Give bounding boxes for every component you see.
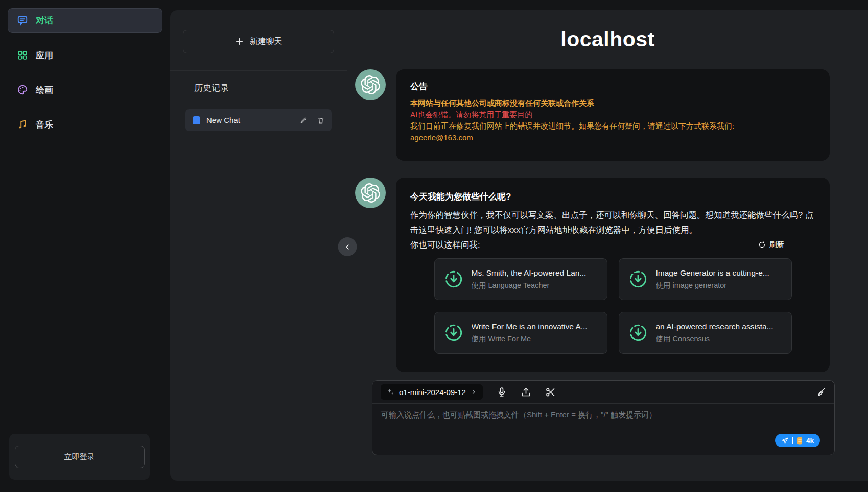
- composer-toolbar: o1-mini-2024-09-12: [372, 381, 834, 404]
- message-row-announcement: 公告 本网站与任何其他公司或商标没有任何关联或合作关系 AI也会犯错。请勿将其用…: [355, 69, 830, 161]
- card-text: Write For Me is an innovative A... 使用 Wr…: [472, 322, 588, 344]
- sidebar-item-label: 应用: [36, 50, 53, 61]
- card-subtitle: 使用 Write For Me: [472, 334, 588, 344]
- announcement-line-2: AI也会犯错。请勿将其用于重要目的: [410, 109, 815, 121]
- announcement-line-1: 本网站与任何其他公司或商标没有任何关联或合作关系: [410, 97, 815, 109]
- list-divider: [170, 70, 347, 71]
- assistant-avatar: [355, 69, 386, 100]
- sidebar-item-draw[interactable]: 绘画: [8, 78, 162, 102]
- card-text: Image Generator is a cutting-e... 使用 ima…: [656, 268, 769, 290]
- card-text: Ms. Smith, the AI-powered Lan... 使用 Lang…: [472, 268, 587, 290]
- install-circle-icon: [444, 323, 463, 342]
- grid-icon: [17, 50, 28, 61]
- sidebar-item-music[interactable]: 音乐: [8, 112, 162, 137]
- card-title: Ms. Smith, the AI-powered Lan...: [472, 268, 587, 278]
- openai-logo-icon: [361, 183, 380, 203]
- message-input[interactable]: [372, 404, 834, 455]
- chevron-left-icon: [343, 243, 351, 251]
- scissors-icon[interactable]: [545, 387, 556, 398]
- suggestion-card[interactable]: Ms. Smith, the AI-powered Lan... 使用 Lang…: [434, 258, 607, 300]
- refresh-icon: [758, 241, 766, 249]
- upload-icon[interactable]: [521, 387, 531, 398]
- message-row-greeting: 今天我能为您做些什么呢? 作为你的智慧伙伴，我不仅可以写文案、出点子，还可以和你…: [355, 178, 830, 372]
- send-button[interactable]: 4k: [775, 434, 820, 447]
- card-subtitle: 使用 Language Teacher: [472, 281, 587, 290]
- chat-bubble-icon: [17, 15, 28, 26]
- login-card: 立即登录: [9, 434, 150, 480]
- install-circle-icon: [628, 323, 648, 342]
- chat-list-panel: 新建聊天 历史记录 New Chat: [170, 10, 347, 481]
- announcement-bubble: 公告 本网站与任何其他公司或商标没有任何关联或合作关系 AI也会犯错。请勿将其用…: [396, 69, 830, 161]
- sparkle-icon: [387, 388, 394, 396]
- composer: o1-mini-2024-09-12: [372, 380, 835, 455]
- chat-color-square-icon: [193, 116, 200, 124]
- page-title: localhost: [347, 28, 868, 52]
- card-title: an AI-powered research assista...: [656, 322, 773, 331]
- model-selector[interactable]: o1-mini-2024-09-12: [381, 384, 483, 400]
- chevron-right-icon: [471, 389, 477, 395]
- paper-plane-icon: [781, 437, 789, 445]
- edit-chat-icon[interactable]: [300, 117, 307, 124]
- greeting-title: 今天我能为您做些什么呢?: [410, 191, 815, 203]
- openai-logo-icon: [361, 75, 380, 94]
- sidebar-item-label: 对话: [36, 15, 53, 27]
- suggestion-card[interactable]: an AI-powered research assista... 使用 Con…: [619, 312, 792, 354]
- card-subtitle: 使用 image generator: [656, 281, 769, 290]
- announcement-line-3: 我们目前正在修复我们网站上的错误并改进细节。如果您有任何疑问，请通过以下方式联系…: [410, 120, 815, 132]
- chat-list-item[interactable]: New Chat: [185, 109, 332, 131]
- collapse-sidebar-button[interactable]: [338, 237, 357, 256]
- login-button[interactable]: 立即登录: [15, 446, 145, 468]
- plus-icon: [235, 37, 244, 46]
- sidebar-item-label: 音乐: [36, 119, 53, 131]
- contact-email[interactable]: ageerle@163.com: [410, 132, 815, 144]
- announcement-title: 公告: [410, 81, 815, 92]
- sidebar-item-chat[interactable]: 对话: [8, 8, 162, 33]
- badge-divider: [792, 437, 793, 444]
- card-title: Write For Me is an innovative A...: [472, 322, 588, 331]
- hint-row: 你也可以这样问我: 刷新: [410, 237, 787, 252]
- sidebar-item-apps[interactable]: 应用: [8, 43, 162, 67]
- greeting-bubble: 今天我能为您做些什么呢? 作为你的智慧伙伴，我不仅可以写文案、出点子，还可以和你…: [396, 178, 830, 372]
- new-chat-label: 新建聊天: [250, 36, 283, 47]
- chat-main-panel: localhost 公告 本网站与任何其他公司或商标没有任何关联或合作关系 AI…: [347, 10, 868, 481]
- composer-body: 4k: [372, 404, 834, 455]
- suggestion-card[interactable]: Image Generator is a cutting-e... 使用 ima…: [619, 258, 792, 300]
- card-title: Image Generator is a cutting-e...: [656, 268, 769, 278]
- refresh-suggestions-button[interactable]: 刷新: [755, 239, 787, 250]
- install-circle-icon: [628, 269, 648, 289]
- card-subtitle: 使用 Consensus: [656, 334, 773, 344]
- suggestion-card[interactable]: Write For Me is an innovative A... 使用 Wr…: [434, 312, 607, 354]
- refresh-label: 刷新: [769, 240, 784, 250]
- ask-hint: 你也可以这样问我:: [410, 237, 480, 252]
- main-panel: 新建聊天 历史记录 New Chat localhost: [170, 10, 868, 481]
- greeting-body: 作为你的智慧伙伴，我不仅可以写文案、出点子，还可以和你聊天、回答问题。想知道我还…: [410, 208, 815, 237]
- assistant-avatar: [355, 178, 386, 208]
- new-chat-button[interactable]: 新建聊天: [183, 30, 334, 53]
- card-text: an AI-powered research assista... 使用 Con…: [656, 322, 773, 344]
- music-note-icon: [17, 119, 28, 130]
- model-name: o1-mini-2024-09-12: [399, 388, 466, 397]
- app-sidebar: 对话 应用 绘画 音乐 立即登录: [0, 0, 170, 492]
- token-count: 4k: [806, 437, 814, 445]
- suggestion-card-grid: Ms. Smith, the AI-powered Lan... 使用 Lang…: [434, 258, 792, 354]
- token-coin-icon: [797, 437, 803, 445]
- sidebar-item-label: 绘画: [36, 84, 53, 96]
- history-title: 历史记录: [183, 82, 334, 94]
- install-circle-icon: [444, 269, 463, 289]
- clear-broom-icon[interactable]: [816, 387, 826, 397]
- chat-item-title: New Chat: [206, 116, 290, 125]
- microphone-icon[interactable]: [497, 387, 507, 397]
- palette-icon: [17, 84, 28, 95]
- delete-chat-icon[interactable]: [317, 117, 324, 124]
